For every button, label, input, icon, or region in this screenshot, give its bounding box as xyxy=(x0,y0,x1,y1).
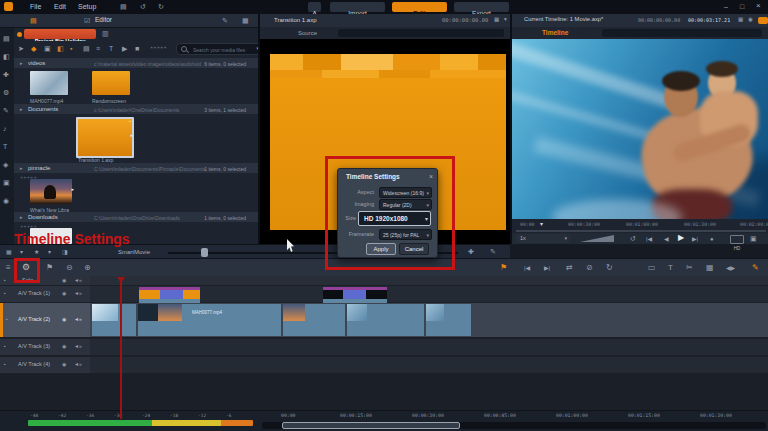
eye-icon[interactable]: ◉ xyxy=(62,344,66,349)
lock-icon[interactable]: ▪ xyxy=(4,291,6,296)
rail-edit-icon[interactable]: ✎ xyxy=(3,107,9,114)
speaker-icon[interactable]: ◄» xyxy=(74,344,82,349)
export-pill-button[interactable] xyxy=(758,17,768,24)
tab-editor-label[interactable]: Editor xyxy=(95,17,112,24)
video-thumbnail[interactable] xyxy=(92,71,130,95)
zoom-out-icon[interactable]: ⊖ xyxy=(66,264,73,272)
loop-button[interactable]: ↺ xyxy=(630,235,636,242)
maximize-button[interactable]: □ xyxy=(740,3,744,10)
menu-file[interactable]: File xyxy=(30,3,41,10)
rail-titles-icon[interactable]: T xyxy=(3,143,7,150)
tool-text-icon[interactable]: T xyxy=(109,45,113,52)
volume-wedge[interactable] xyxy=(580,235,614,242)
undo-icon[interactable]: ↺ xyxy=(140,3,146,10)
smartmovie-label[interactable]: SmartMovie xyxy=(118,249,150,255)
tool-arrow-icon[interactable]: ➤ xyxy=(18,45,24,52)
playhead-line[interactable] xyxy=(120,277,122,419)
track-header-2-selected[interactable]: ▪ A/V Track (2) ◉ ◄» xyxy=(0,303,90,337)
track-lane-3[interactable] xyxy=(90,339,768,355)
section-documents[interactable]: ▸ Documents c:\Users\mladen\OneDrive\Doc… xyxy=(14,104,258,114)
sm-pencil-icon[interactable]: ✎ xyxy=(490,248,496,255)
sm-caret-icon[interactable]: ▾ xyxy=(20,249,23,255)
transition-clip[interactable]: Transition xyxy=(139,287,200,303)
menu-edit[interactable]: Edit xyxy=(54,3,66,10)
save-icon[interactable]: ▤ xyxy=(120,3,127,10)
track-lane-1[interactable]: Transition Transition xyxy=(90,286,768,302)
trim-both-icon[interactable]: ◀▶ xyxy=(726,265,735,271)
minimize-button[interactable]: – xyxy=(724,3,728,10)
speaker-icon[interactable]: ◄» xyxy=(74,362,82,367)
sm-split-icon[interactable]: ◨ xyxy=(62,249,68,255)
speaker-icon[interactable]: ◄» xyxy=(74,317,82,322)
tool-photo-icon[interactable]: ◧ xyxy=(57,45,64,52)
lock-icon[interactable]: ▪ xyxy=(6,317,8,322)
orange-marker-icon[interactable]: ⚑ xyxy=(500,264,507,272)
playback-speed-dropdown[interactable]: 1x ▾ xyxy=(516,234,570,243)
video-clip[interactable] xyxy=(347,304,424,336)
eye-icon[interactable]: ◉ xyxy=(62,291,66,296)
sm-view-icon[interactable]: ▦ xyxy=(6,249,12,255)
tool-folder-icon[interactable]: ▤ xyxy=(83,45,90,52)
author-tab[interactable]: A xyxy=(308,2,321,12)
speaker-icon[interactable]: ◄» xyxy=(74,278,82,283)
scrubber-track[interactable] xyxy=(516,230,766,232)
zoom-in-icon[interactable]: ⊕ xyxy=(84,264,91,272)
rail-settings-icon[interactable]: ⚙ xyxy=(3,89,9,96)
edit-pencil-icon[interactable]: ✎ xyxy=(752,264,759,272)
panel-pencil-icon[interactable]: ✎ xyxy=(222,17,228,24)
tool-tag-icon[interactable]: ◆ xyxy=(31,45,36,52)
eye-icon[interactable]: ◉ xyxy=(62,278,66,283)
program-scrubber[interactable]: 00:00 ▾ 00:00:30:00 00:01:00:00 00:01:30… xyxy=(512,219,768,233)
track-header-4[interactable]: ▪ A/V Track (4) ◉ ◄» xyxy=(0,357,90,373)
tab-import[interactable]: Import xyxy=(330,2,385,12)
item-expand-icon[interactable]: ▸ xyxy=(71,187,74,192)
bin-clapper-icon[interactable]: ▥ xyxy=(102,30,109,37)
grid-icon[interactable]: ▦ xyxy=(706,264,714,272)
trim-start-icon[interactable]: |◀ xyxy=(524,265,530,271)
panel-monitor-icon[interactable]: ▦ xyxy=(242,17,249,24)
record-button[interactable]: ● xyxy=(710,236,714,242)
track-header-3[interactable]: ▪ A/V Track (3) ◉ ◄» xyxy=(0,339,90,355)
menu-setup[interactable]: Setup xyxy=(78,3,96,10)
trim-end-icon[interactable]: ▶| xyxy=(544,265,550,271)
eye-icon[interactable]: ◉ xyxy=(62,317,66,322)
title-tool-icon[interactable]: T xyxy=(668,264,673,272)
program-dropdown-bar[interactable] xyxy=(602,29,762,37)
tab-edit[interactable]: Edit xyxy=(392,2,447,12)
marker-icon[interactable]: ⚑ xyxy=(46,264,53,272)
tool-list-icon[interactable]: ≡ xyxy=(96,45,100,52)
redo-icon[interactable]: ↻ xyxy=(158,3,164,10)
search-box[interactable]: ▾ × xyxy=(176,43,270,55)
video-clip[interactable] xyxy=(426,304,471,336)
rail-add-icon[interactable]: ✚ xyxy=(3,71,9,78)
video-clip[interactable] xyxy=(283,304,345,336)
speaker-icon[interactable]: ◄» xyxy=(74,291,82,296)
zoom-slider-knob[interactable] xyxy=(201,248,208,257)
eye-icon[interactable]: ◉ xyxy=(62,362,66,367)
rail-photos-icon[interactable]: ◧ xyxy=(3,53,10,60)
section-videos[interactable]: ▸ videos c:\material assets\video images… xyxy=(14,58,258,68)
go-to-start-button[interactable]: |◀ xyxy=(646,236,652,242)
sm-plus-icon[interactable]: ✚ xyxy=(468,248,474,255)
tool-scene-icon[interactable]: ▣ xyxy=(44,45,51,52)
tool-stop-icon[interactable]: ■ xyxy=(135,45,139,52)
sm-caret2-icon[interactable]: ▾ xyxy=(48,249,51,255)
video-thumbnail[interactable] xyxy=(30,71,68,95)
video-thumbnail[interactable]: ▸ xyxy=(30,179,72,204)
search-input[interactable] xyxy=(191,46,265,54)
rail-effects-icon[interactable]: ▣ xyxy=(3,179,10,186)
program-detach-icon[interactable]: ▦ xyxy=(738,17,743,23)
rating-stars[interactable]: ✶✶✶✶✶ xyxy=(150,46,167,50)
detach-icon[interactable]: ▦ xyxy=(494,17,499,23)
disable-icon[interactable]: ⊘ xyxy=(586,264,593,272)
source-dropdown-bar[interactable] xyxy=(338,29,504,37)
tool-small-icon[interactable]: ▪ xyxy=(70,45,72,52)
lock-icon[interactable]: ▪ xyxy=(4,344,6,349)
clip-mode-icon[interactable]: ▭ xyxy=(648,264,656,272)
sm-star-icon[interactable]: ★ xyxy=(34,249,39,255)
rail-media-icon[interactable]: ▤ xyxy=(3,35,10,42)
track-lane-4[interactable] xyxy=(90,357,768,373)
loop-mode-icon[interactable]: ↻ xyxy=(606,264,613,272)
section-pinnacle[interactable]: ▸ pinnacle C:\Users\mladen\Documents\Pin… xyxy=(14,163,258,173)
item-expand-icon[interactable]: ▸ xyxy=(130,133,133,138)
